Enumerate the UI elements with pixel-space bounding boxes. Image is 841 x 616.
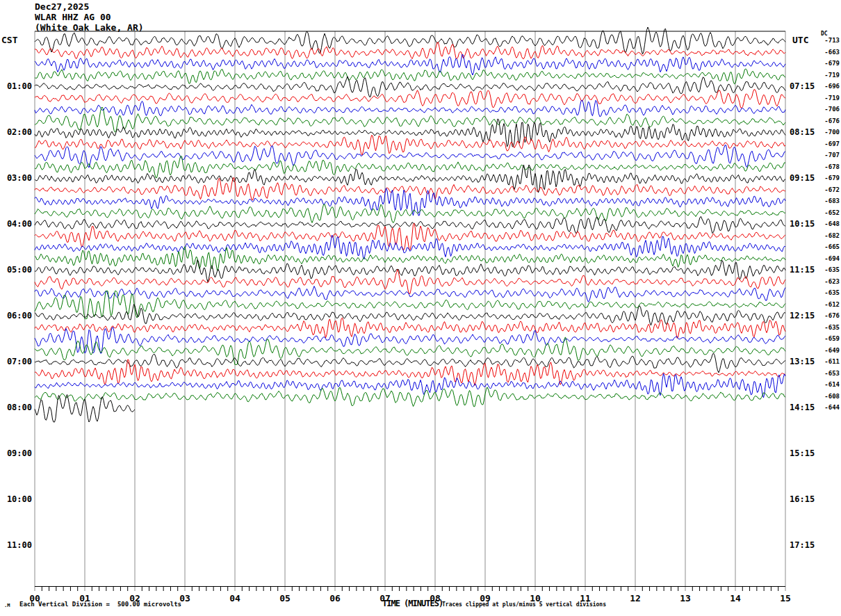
dc-offset-value: -706 <box>819 106 840 113</box>
x-tick-label: 06 <box>324 594 346 603</box>
seismogram-trace-0300 <box>35 165 785 193</box>
dc-offset-value: -679 <box>819 60 840 67</box>
dc-offset-value: -663 <box>819 49 840 56</box>
dc-offset-value: -652 <box>819 210 840 216</box>
cst-hour-label: 10:00 <box>0 495 32 503</box>
dc-offset-value: -697 <box>819 141 840 147</box>
seismogram-trace-0145 <box>35 108 785 133</box>
cst-hour-label: 02:00 <box>0 128 32 136</box>
utc-hour-label: 10:15 <box>790 220 815 228</box>
dc-offset-value: -682 <box>819 233 840 239</box>
dc-offset-value: -644 <box>819 405 840 411</box>
vertical-division-note: Each Vertical Division = 500.00 microvol… <box>19 601 181 608</box>
seismogram-trace-0515 <box>35 270 785 294</box>
cst-hour-label: 09:00 <box>0 449 32 457</box>
page-title-date: Dec27,2025 <box>35 2 89 11</box>
dc-offset-value: -713 <box>819 38 840 44</box>
x-tick-label: 12 <box>624 594 646 603</box>
dc-offset-value: -696 <box>819 83 840 90</box>
seismogram-trace-0345 <box>35 204 785 223</box>
utc-hour-label: 12:15 <box>790 311 815 320</box>
dc-offset-value: -614 <box>819 382 840 388</box>
seismogram-trace-0330 <box>35 188 785 216</box>
dc-offset-value: -676 <box>819 118 840 124</box>
dc-offset-value: -635 <box>819 290 840 296</box>
clip-note: Traces clipped at plus/minus 5 vertical … <box>442 602 606 608</box>
seismogram-trace-0245 <box>35 156 785 177</box>
utc-hour-label: 13:15 <box>790 357 815 366</box>
dc-offset-value: -635 <box>819 267 840 273</box>
seismogram-trace-0200 <box>35 119 785 147</box>
dc-offset-value: -707 <box>819 152 840 159</box>
dc-offset-value: -665 <box>819 244 840 250</box>
dc-offset-value: -676 <box>819 313 840 319</box>
dc-offset-value: -649 <box>819 348 840 354</box>
dc-offset-value: -679 <box>819 175 840 181</box>
cst-hour-label: 05:00 <box>0 266 32 274</box>
dc-offset-value: -672 <box>819 187 840 193</box>
seismogram-trace-0730 <box>35 373 785 398</box>
utc-hour-label: 14:15 <box>790 403 815 412</box>
seismogram-trace-0045 <box>35 69 785 84</box>
cst-hour-label: 06:00 <box>0 311 32 320</box>
dc-offset-value: -608 <box>819 394 840 400</box>
seismogram-trace-0430 <box>35 235 785 259</box>
x-tick-label: 14 <box>724 594 746 603</box>
utc-hour-label: 17:15 <box>790 541 815 549</box>
dc-offset-value: -719 <box>819 72 840 79</box>
utc-hour-label: 15:15 <box>790 449 815 457</box>
helicorder-plot <box>0 0 841 616</box>
seismogram-trace-0545 <box>35 291 785 319</box>
helicorder-page: Dec27,2025 WLAR HHZ AG 00 (White Oak Lak… <box>0 0 841 616</box>
utc-hour-label: 07:15 <box>790 82 815 90</box>
x-axis-title: TIME (MINUTES) <box>382 599 443 608</box>
dc-offset-value: -700 <box>819 129 840 136</box>
seismogram-trace-0600 <box>35 305 785 325</box>
utc-hour-label: 16:15 <box>790 495 815 503</box>
seismogram-trace-0130 <box>35 100 785 117</box>
cst-hour-label: 07:00 <box>0 357 32 366</box>
left-timezone-label: CST <box>1 35 17 44</box>
page-title-location: (White Oak Lake, AR) <box>35 23 144 32</box>
cst-hour-label: 03:00 <box>0 174 32 182</box>
seismogram-trace-0400 <box>35 216 785 233</box>
seismogram-trace-0630 <box>35 327 785 353</box>
cst-hour-label: 04:00 <box>0 220 32 228</box>
page-title-station: WLAR HHZ AG 00 <box>35 13 111 22</box>
seismogram-trace-0530 <box>35 286 785 302</box>
seismogram-trace-0415 <box>35 223 785 250</box>
utc-hour-label: 11:15 <box>790 266 815 274</box>
dc-offset-value: -678 <box>819 164 840 170</box>
watermark-glyph: .M <box>4 603 10 608</box>
x-tick-label: 04 <box>224 594 246 603</box>
dc-offset-value: -683 <box>819 198 840 204</box>
dc-offset-value: -623 <box>819 279 840 285</box>
x-tick-label: 15 <box>774 594 797 603</box>
cst-hour-label: 11:00 <box>0 541 32 549</box>
utc-hour-label: 08:15 <box>790 128 815 136</box>
dc-offset-value: -611 <box>819 359 840 365</box>
dc-column-label: DC <box>821 31 828 37</box>
seismogram-trace-0100 <box>35 76 785 97</box>
dc-offset-value: -719 <box>819 95 840 102</box>
seismogram-trace-0030 <box>35 54 785 75</box>
dc-offset-value: -653 <box>819 371 840 377</box>
dc-offset-value: -612 <box>819 302 840 308</box>
seismogram-trace-0315 <box>35 177 785 200</box>
dc-offset-value: -694 <box>819 256 840 262</box>
utc-hour-label: 09:15 <box>790 174 815 182</box>
cst-hour-label: 08:00 <box>0 403 32 412</box>
seismogram-trace-0500 <box>35 260 785 282</box>
x-tick-label: 13 <box>674 594 696 603</box>
x-tick-label: 05 <box>274 594 296 603</box>
dc-offset-value: -659 <box>819 336 840 342</box>
dc-offset-value: -648 <box>819 221 840 227</box>
right-timezone-label: UTC <box>792 35 808 44</box>
cst-hour-label: 01:00 <box>0 82 32 90</box>
dc-offset-value: -635 <box>819 325 840 331</box>
